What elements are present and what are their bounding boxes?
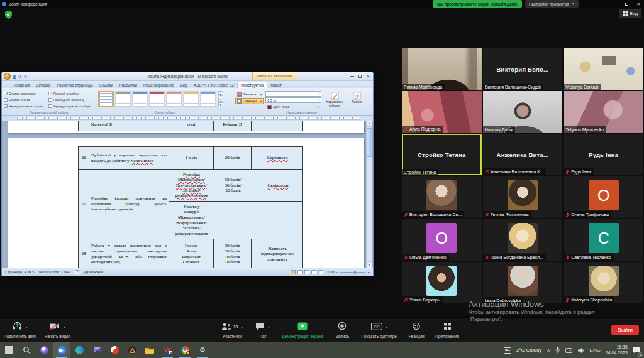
outline-view-button[interactable]	[311, 270, 316, 274]
checkbox-icon[interactable]	[48, 104, 52, 108]
toolbar-share-button[interactable]: Демонстрация экрана	[282, 322, 323, 339]
zoom-level[interactable]: 110%	[325, 270, 335, 274]
participant-tile[interactable]: Римма Майборода	[402, 48, 482, 90]
draft-view-button[interactable]	[318, 270, 323, 274]
ribbon-tab-2[interactable]: Вставка	[33, 82, 53, 88]
participant-tile[interactable]: ООлена Трифонова	[564, 176, 643, 218]
table-style-option[interactable]: ✓Первый столбец	[48, 92, 94, 95]
clock[interactable]: 16:1514.04.2023	[606, 345, 628, 355]
participant-tile[interactable]: Уляна Баркарь	[402, 262, 482, 303]
language-indicator[interactable]: ENG	[590, 347, 601, 353]
touchpad-tray-icon[interactable]	[565, 347, 572, 354]
toolbar-chat-button[interactable]: ▲Чат	[251, 322, 275, 339]
toolbar-participants-button[interactable]: 18▲Участники	[220, 322, 244, 339]
news-widget-icon[interactable]	[504, 347, 511, 354]
taskbar-settings[interactable]: ⚙	[194, 342, 211, 358]
table-style-option[interactable]: Последний столбец	[48, 98, 94, 102]
table-style-option[interactable]: ✓Строка заголовка	[4, 92, 48, 95]
toolbar-record-button[interactable]: Запись	[330, 322, 354, 339]
microphone-tray-icon[interactable]	[555, 347, 560, 354]
scrollbar-thumb[interactable]	[367, 128, 372, 157]
participant-tile[interactable]: ООльга Дем'яненко	[402, 219, 482, 261]
chevron-up-icon[interactable]: ▲	[240, 325, 243, 329]
ribbon-tab-7[interactable]: Вид	[177, 82, 191, 88]
toolbar-camera-button[interactable]: ▲Начать видео	[45, 322, 70, 339]
tray-expand-chevron-icon[interactable]: ∧	[547, 348, 550, 353]
notification-center-icon[interactable]: 1	[633, 345, 641, 356]
minimize-button[interactable]	[613, 4, 617, 4]
leave-meeting-button[interactable]: Выйти	[611, 325, 639, 335]
ribbon-tab-10[interactable]: Макет	[267, 82, 285, 88]
checkbox-icon[interactable]	[4, 98, 8, 102]
chevron-up-icon[interactable]: ▲	[267, 325, 270, 329]
taskbar-edge[interactable]	[70, 342, 88, 358]
volume-tray-icon[interactable]	[577, 347, 585, 354]
participant-tile[interactable]: Алла Подгорна	[402, 91, 482, 133]
ribbon-tab-4[interactable]: Ссылки	[96, 82, 116, 88]
participant-tile[interactable]: ССветлана Тесленко	[564, 219, 643, 261]
line-weight-dropdown[interactable]: 0,5 пт▾	[265, 97, 321, 103]
ribbon-tab-6[interactable]: Рецензирование	[140, 82, 177, 88]
toolbar-cc-button[interactable]: CC▲Показать субтитры	[361, 322, 397, 339]
taskbar-start[interactable]	[0, 342, 18, 358]
participant-tile[interactable]: Анжелика Вита...Анжелика Витальевна К...	[483, 134, 563, 175]
close-button[interactable]: ✕	[636, 2, 640, 6]
taskbar-cortana[interactable]	[35, 342, 53, 358]
ribbon-tab-3[interactable]: Разметка страницы	[53, 82, 96, 88]
participant-tile[interactable]: Стройко ТетянаСтройко Тетяна	[402, 134, 482, 175]
taskbar-chrome[interactable]	[176, 342, 194, 358]
language-indicator[interactable]: украинский	[84, 270, 103, 274]
quick-access-toolbar[interactable]: ↺↻	[13, 74, 27, 79]
print-layout-view-button[interactable]	[291, 270, 296, 274]
ribbon-tab-9[interactable]: Конструктор	[237, 82, 267, 88]
draw-table-button[interactable]: Нарисовать таблицу	[325, 91, 345, 110]
pen-color-button[interactable]: Цвет пера▾	[265, 104, 321, 110]
toolbar-headphones-button[interactable]: ▲Подключить звук	[4, 322, 36, 339]
view-options-button[interactable]: Настройки просмотра▼	[525, 0, 579, 8]
participant-tile[interactable]: Виктория Воло...Виктория Волошина-Сидей	[483, 48, 563, 90]
participant-tile[interactable]: Виктория Волошина-Си...	[402, 176, 482, 218]
page-indicator[interactable]: Страница: 4 из 5	[5, 270, 35, 274]
table-style-thumbnail-selected[interactable]	[98, 91, 114, 107]
participant-tile[interactable]: Victoriya Barkasi	[564, 48, 643, 90]
gallery-view-button[interactable]: Вид	[619, 9, 641, 18]
participant-tile[interactable]: Lesia Dobrovolska	[483, 262, 563, 303]
borders-button[interactable]: Границы▾	[235, 98, 264, 104]
table-style-thumbnail[interactable]	[166, 91, 182, 107]
taskbar-word[interactable]: W	[158, 342, 176, 358]
weather-widget[interactable]: 2°C Cloudy	[516, 347, 542, 353]
horizontal-ruler[interactable]	[2, 116, 373, 121]
table-style-thumbnail[interactable]	[132, 91, 148, 107]
taskbar-avira[interactable]	[123, 342, 141, 358]
word-minimize-button[interactable]	[350, 76, 354, 77]
vertical-scrollbar[interactable]: ▲ ▼	[366, 121, 372, 268]
word-restore-button[interactable]	[358, 75, 362, 78]
participant-tile[interactable]: Tetyana Myronenko	[564, 91, 643, 133]
spellcheck-icon[interactable]	[75, 270, 79, 274]
checkbox-icon[interactable]: ✓	[4, 92, 8, 95]
line-style-dropdown[interactable]: ▾	[265, 91, 321, 97]
table-style-option[interactable]: Строка итогов	[4, 98, 48, 102]
toolbar-apps-button[interactable]: Приложения	[435, 322, 459, 339]
fullscreen-view-button[interactable]	[297, 270, 303, 274]
zoom-slider[interactable]	[340, 272, 365, 273]
table-style-thumbnail[interactable]	[183, 91, 199, 107]
style-gallery-scroll[interactable]: ▲▼▼	[218, 91, 224, 107]
ribbon-tab-5[interactable]: Рассылки	[116, 82, 140, 88]
checkbox-icon[interactable]	[48, 98, 52, 102]
word-close-button[interactable]: ✕	[366, 74, 370, 79]
checkbox-icon[interactable]: ✓	[48, 92, 52, 95]
zoom-out-button[interactable]: −	[336, 270, 339, 274]
chevron-up-icon[interactable]: ▲	[63, 325, 66, 329]
checkbox-icon[interactable]: ✓	[4, 104, 8, 108]
chevron-up-icon[interactable]: ▲	[25, 325, 28, 329]
table-style-thumbnail[interactable]	[200, 91, 216, 107]
word-title-bar[interactable]: ↺↻ Карта індикаторів.docx - Microsoft Wo…	[2, 72, 373, 81]
participant-tile[interactable]: Тетяна Філімонова	[483, 176, 563, 218]
taskbar-explorer[interactable]	[141, 342, 158, 358]
scroll-down-arrow[interactable]: ▼	[367, 261, 372, 268]
word-count[interactable]: Число слов: 1 043	[39, 270, 70, 274]
ribbon-tab-1[interactable]: Главная	[11, 82, 33, 88]
maximize-button[interactable]	[625, 3, 628, 6]
shading-button[interactable]: Заливка▾	[235, 91, 264, 97]
